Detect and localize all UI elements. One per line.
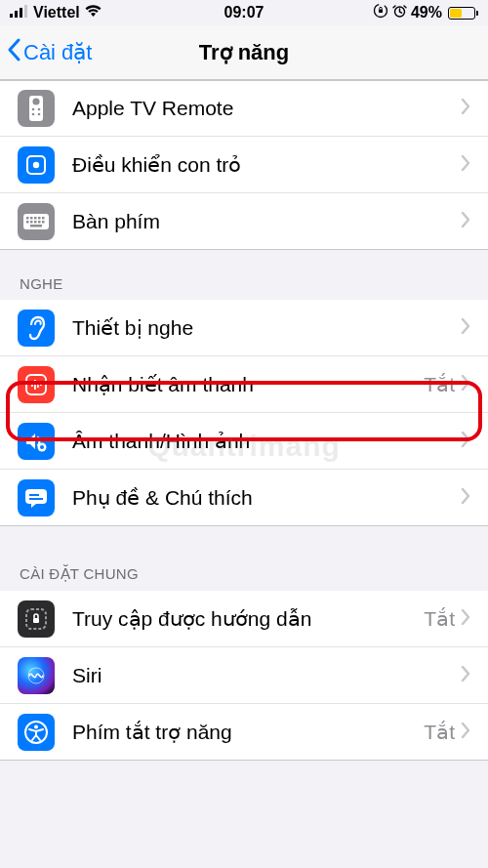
siri-icon xyxy=(18,657,55,694)
carrier-label: Viettel xyxy=(33,4,80,21)
accessibility-icon xyxy=(18,714,55,751)
chevron-right-icon xyxy=(461,723,470,742)
row-label: Điều khiển con trỏ xyxy=(72,153,461,177)
chevron-right-icon xyxy=(461,609,470,629)
svg-rect-22 xyxy=(30,221,33,224)
svg-rect-3 xyxy=(24,5,27,18)
svg-rect-20 xyxy=(42,217,45,220)
row-label: Siri xyxy=(72,664,461,687)
row-label: Thiết bị nghe xyxy=(72,316,461,340)
row-audio-visual[interactable]: Âm thanh/Hình ảnh xyxy=(0,413,488,470)
svg-rect-0 xyxy=(10,14,13,18)
row-label: Phụ đề & Chú thích xyxy=(72,486,461,510)
row-subtitles-captioning[interactable]: Phụ đề & Chú thích xyxy=(0,470,488,526)
svg-rect-26 xyxy=(30,225,42,227)
orientation-lock-icon xyxy=(373,3,388,22)
svg-point-12 xyxy=(38,113,41,116)
svg-rect-16 xyxy=(26,217,29,220)
chevron-left-icon xyxy=(6,38,21,67)
status-right: 49% xyxy=(373,3,478,22)
cellular-signal-icon xyxy=(10,4,29,21)
row-label: Truy cập được hướng dẫn xyxy=(72,607,424,631)
apple-tv-remote-icon xyxy=(18,90,55,127)
section-header-hearing: NGHE xyxy=(0,250,488,300)
row-value: Tắt xyxy=(424,721,455,744)
section-physical-motor: Apple TV Remote Điều khiển con trỏ xyxy=(0,80,488,250)
row-sound-recognition[interactable]: Nhận biết âm thanh Tắt xyxy=(0,356,488,413)
section-hearing: NGHE Thiết bị nghe Nhận biết âm thanh Tắ… xyxy=(0,250,488,526)
svg-rect-24 xyxy=(38,221,41,224)
row-pointer-control[interactable]: Điều khiển con trỏ xyxy=(0,137,488,193)
row-label: Bàn phím xyxy=(72,210,461,233)
svg-rect-36 xyxy=(29,498,43,500)
wifi-icon xyxy=(84,4,102,21)
nav-bar: Cài đặt Trợ năng xyxy=(0,25,488,80)
svg-rect-2 xyxy=(20,8,22,18)
svg-rect-19 xyxy=(38,217,41,220)
battery-icon xyxy=(446,7,478,20)
svg-rect-5 xyxy=(379,10,383,14)
svg-rect-23 xyxy=(34,221,37,224)
pointer-control-icon xyxy=(18,146,55,184)
svg-point-33 xyxy=(40,445,44,449)
svg-point-11 xyxy=(32,113,35,116)
section-general: CÀI ĐẶT CHUNG Truy cập được hướng dẫn Tắ… xyxy=(0,526,488,761)
chevron-right-icon xyxy=(461,155,470,175)
guided-access-icon xyxy=(18,600,55,638)
svg-rect-38 xyxy=(33,618,39,623)
row-accessibility-shortcut[interactable]: Phím tắt trợ năng Tắt xyxy=(0,704,488,761)
svg-rect-31 xyxy=(40,384,42,386)
sound-recognition-icon xyxy=(18,366,55,403)
row-hearing-devices[interactable]: Thiết bị nghe xyxy=(0,300,488,356)
svg-rect-29 xyxy=(34,380,36,390)
alarm-icon xyxy=(392,4,407,22)
svg-rect-21 xyxy=(26,221,29,224)
svg-rect-27 xyxy=(26,375,46,394)
svg-rect-1 xyxy=(15,11,18,18)
svg-rect-18 xyxy=(34,217,37,220)
row-value: Tắt xyxy=(424,607,455,631)
svg-point-9 xyxy=(32,108,35,111)
svg-rect-25 xyxy=(42,221,45,224)
row-label: Âm thanh/Hình ảnh xyxy=(72,430,461,453)
status-bar: Viettel 09:07 49% xyxy=(0,0,488,25)
chevron-right-icon xyxy=(461,212,470,231)
chevron-right-icon xyxy=(461,666,470,685)
ear-icon xyxy=(18,310,55,347)
audio-visual-icon xyxy=(18,423,55,460)
captions-icon xyxy=(18,479,55,517)
svg-rect-28 xyxy=(31,383,33,387)
svg-point-8 xyxy=(32,98,39,104)
row-value: Tắt xyxy=(424,373,455,396)
chevron-right-icon xyxy=(461,318,470,338)
row-siri[interactable]: Siri xyxy=(0,647,488,704)
back-button[interactable]: Cài đặt xyxy=(0,38,92,67)
section-header-general: CÀI ĐẶT CHUNG xyxy=(0,526,488,591)
svg-rect-30 xyxy=(37,382,39,388)
row-label: Apple TV Remote xyxy=(72,97,461,120)
keyboard-icon xyxy=(18,203,55,240)
status-left: Viettel xyxy=(10,4,102,21)
svg-point-10 xyxy=(38,108,41,111)
svg-rect-34 xyxy=(25,489,47,504)
back-label: Cài đặt xyxy=(23,40,92,65)
row-label: Phím tắt trợ năng xyxy=(72,721,424,744)
row-keyboards[interactable]: Bàn phím xyxy=(0,193,488,250)
svg-rect-17 xyxy=(30,217,33,220)
svg-point-41 xyxy=(34,724,38,728)
chevron-right-icon xyxy=(461,488,470,508)
row-label: Nhận biết âm thanh xyxy=(72,373,424,396)
battery-percent: 49% xyxy=(411,4,442,21)
chevron-right-icon xyxy=(461,375,470,394)
svg-rect-35 xyxy=(29,494,39,496)
row-guided-access[interactable]: Truy cập được hướng dẫn Tắt xyxy=(0,591,488,647)
svg-point-14 xyxy=(33,161,39,167)
chevron-right-icon xyxy=(461,99,470,118)
row-apple-tv-remote[interactable]: Apple TV Remote xyxy=(0,80,488,137)
chevron-right-icon xyxy=(461,432,470,451)
screen: Viettel 09:07 49% Cài đặt Trợ xyxy=(0,0,488,868)
